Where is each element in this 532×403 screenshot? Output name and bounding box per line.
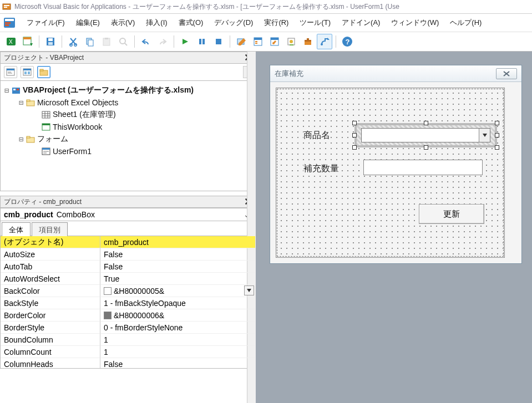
menu-window[interactable]: ウィンドウ(W) (387, 16, 443, 30)
svg-point-21 (120, 38, 125, 44)
svg-rect-40 (305, 40, 311, 42)
menu-edit[interactable]: 編集(E) (72, 16, 104, 30)
undo-icon[interactable] (138, 34, 154, 49)
stop-icon[interactable] (211, 34, 226, 49)
svg-rect-13 (48, 38, 53, 41)
design-mode-icon[interactable] (234, 34, 249, 49)
svg-rect-6 (5, 24, 9, 26)
menu-file[interactable]: ファイル(F) (22, 16, 69, 30)
help-icon[interactable]: ? (340, 34, 355, 49)
svg-rect-1 (4, 5, 9, 6)
run-icon[interactable] (178, 34, 193, 49)
pause-icon[interactable] (194, 34, 210, 49)
svg-rect-2 (4, 7, 7, 8)
insert-userform-icon[interactable]: ▾ (20, 34, 36, 49)
save-icon[interactable] (43, 34, 58, 49)
paste-icon[interactable] (99, 34, 114, 49)
vba-app-icon (2, 2, 11, 11)
svg-rect-34 (271, 38, 278, 40)
svg-rect-4 (5, 19, 14, 21)
svg-text:▾: ▾ (30, 41, 33, 47)
svg-text:?: ? (346, 38, 350, 46)
menu-help[interactable]: ヘルプ(H) (445, 16, 486, 30)
menu-debug[interactable]: デバッグ(D) (210, 16, 257, 30)
menu-addins[interactable]: アドイン(A) (337, 16, 384, 30)
menu-bar: ファイル(F) 編集(E) 表示(V) 挿入(I) 書式(O) デバッグ(D) … (0, 14, 532, 32)
svg-line-22 (125, 43, 127, 45)
svg-rect-26 (216, 39, 221, 44)
menu-run[interactable]: 実行(R) (260, 16, 293, 30)
menu-insert[interactable]: 挿入(I) (141, 16, 171, 30)
svg-rect-25 (202, 39, 205, 44)
menu-view[interactable]: 表示(V) (107, 16, 139, 30)
menu-format[interactable]: 書式(O) (174, 16, 208, 30)
vba-logo-icon (3, 17, 16, 29)
svg-rect-20 (105, 38, 108, 39)
svg-point-37 (290, 40, 293, 43)
svg-rect-18 (88, 40, 93, 46)
svg-point-42 (321, 43, 323, 45)
svg-rect-10 (23, 37, 31, 39)
copy-icon[interactable] (82, 34, 98, 49)
svg-text:X: X (9, 39, 13, 45)
svg-rect-31 (255, 41, 257, 42)
menu-tools[interactable]: ツール(T) (295, 16, 335, 30)
project-explorer-icon[interactable] (250, 34, 266, 49)
svg-rect-5 (5, 22, 11, 24)
options-icon[interactable] (317, 34, 332, 49)
toolbox-icon[interactable] (300, 34, 316, 49)
cut-icon[interactable] (65, 34, 81, 49)
svg-marker-43 (327, 38, 330, 40)
svg-rect-38 (290, 44, 293, 45)
object-browser-icon[interactable] (283, 34, 299, 49)
svg-marker-23 (183, 39, 188, 44)
svg-rect-30 (254, 38, 262, 40)
svg-rect-32 (255, 43, 257, 44)
properties-window-icon[interactable] (267, 34, 282, 49)
view-excel-icon[interactable]: X (3, 34, 19, 49)
svg-rect-24 (199, 39, 201, 44)
svg-rect-41 (307, 38, 309, 40)
svg-point-35 (272, 42, 275, 44)
window-title: Microsoft Visual Basic for Applications … (14, 2, 399, 12)
svg-rect-14 (48, 42, 53, 45)
find-icon[interactable] (115, 34, 131, 49)
redo-icon[interactable] (155, 34, 170, 49)
toolbar: X ▾ ? (0, 32, 532, 52)
